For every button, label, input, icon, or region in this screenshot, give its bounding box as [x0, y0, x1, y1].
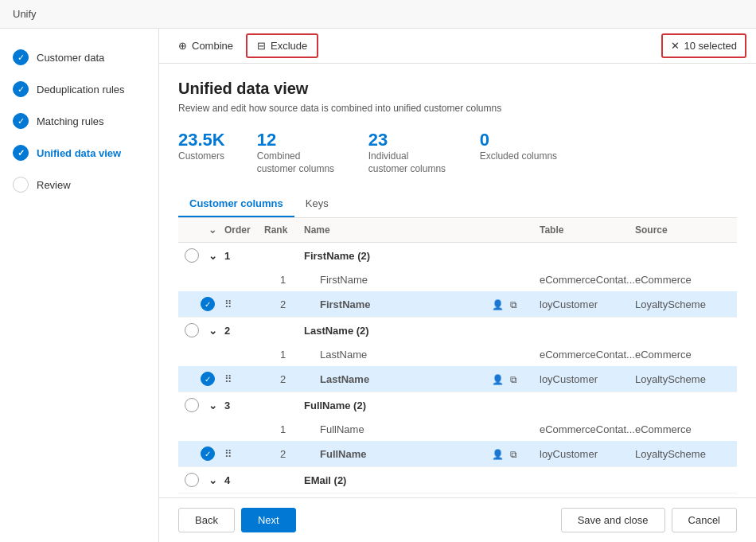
sort-icon: ⌄: [208, 224, 216, 236]
table-row[interactable]: ⠿ 2 FullName 👤 ⧉ loyCustomer LoyaltySche…: [178, 441, 737, 466]
drag-icon: ⠿: [224, 298, 232, 310]
row-check[interactable]: [185, 473, 208, 487]
sidebar-item-matching-rules[interactable]: Matching rules: [0, 105, 158, 137]
row-table: loyCustomer: [540, 448, 635, 460]
row-order: 4: [224, 474, 264, 486]
table-row[interactable]: ⠿ 2 LastName 👤 ⧉ loyCustomer LoyaltySche…: [178, 366, 737, 392]
row-check[interactable]: [185, 323, 208, 337]
table-row[interactable]: 1 FullName eCommerceContat... eCommerce: [178, 418, 737, 441]
row-source: eCommerce: [635, 349, 731, 361]
stat-customers: 23.5K Customers: [178, 130, 225, 175]
merge-icon: ⧉: [510, 299, 517, 310]
header-name: Name: [304, 224, 492, 236]
sidebar-check-dedup-rules: [13, 81, 29, 97]
close-icon: ✕: [671, 40, 680, 52]
stat-customers-label: Customers: [178, 150, 225, 163]
tab-row: Customer columns Keys: [178, 191, 737, 218]
header-table: Table: [540, 224, 635, 236]
row-check[interactable]: [185, 248, 208, 263]
row-expand[interactable]: ⌄: [208, 250, 224, 262]
row-name: FirstName: [320, 298, 492, 310]
row-order: 3: [224, 400, 264, 411]
row-source: LoyaltyScheme: [635, 298, 731, 310]
row-check[interactable]: [201, 297, 224, 311]
tab-keys[interactable]: Keys: [294, 191, 340, 217]
row-group-email: ⌄ 4 EMail (2): [178, 467, 737, 493]
footer: Back Next Save and close Cancel: [159, 497, 756, 542]
row-rank: 1: [280, 423, 320, 435]
cancel-button[interactable]: Cancel: [672, 508, 737, 532]
row-rank: 1: [280, 349, 320, 361]
combine-button[interactable]: ⊕ Combine: [169, 35, 243, 57]
stat-excluded: 0 Excluded columns: [480, 130, 557, 175]
back-button[interactable]: Back: [178, 508, 235, 532]
next-button[interactable]: Next: [241, 508, 296, 532]
header-order: Order: [224, 224, 264, 236]
sidebar-item-dedup-rules[interactable]: Deduplication rules: [0, 73, 158, 105]
merge-icon: ⧉: [510, 374, 517, 385]
stat-excluded-label: Excluded columns: [480, 150, 557, 163]
check-circle-firstname[interactable]: [185, 248, 199, 263]
table-row[interactable]: ⌄ 4 EMail (2): [178, 467, 737, 493]
row-name: FirstName (2): [304, 250, 492, 262]
check-circle-fullname2[interactable]: [201, 446, 215, 461]
stat-combined-value: 12: [257, 130, 337, 150]
row-check[interactable]: [201, 446, 224, 461]
row-name: FullName: [320, 448, 492, 460]
check-circle-firstname2[interactable]: [201, 297, 215, 311]
row-group-fullname: ⌄ 3 FullName (2) 1 FullName: [178, 392, 737, 467]
check-circle-lastname2[interactable]: [201, 372, 215, 386]
table-row[interactable]: 1 FirstName eCommerceContat... eCommerce: [178, 268, 737, 291]
row-rank: 2: [280, 298, 320, 310]
toolbar-right: ✕ 10 selected: [661, 33, 747, 58]
table-header: ⌄ Order Rank Name Table Source: [178, 218, 737, 243]
footer-left: Back Next: [178, 508, 296, 532]
row-expand[interactable]: ⌄: [208, 474, 224, 486]
check-circle-lastname[interactable]: [185, 323, 199, 337]
row-icons: 👤 ⧉: [492, 448, 540, 460]
sidebar-item-review[interactable]: Review: [0, 169, 158, 201]
row-source: eCommerce: [635, 423, 731, 435]
toolbar-left: ⊕ Combine ⊟ Exclude: [169, 33, 318, 58]
expand-icon: ⌄: [208, 325, 217, 337]
sidebar-label-unified-data-view: Unified data view: [37, 147, 121, 159]
sidebar-item-customer-data[interactable]: Customer data: [0, 41, 158, 73]
sidebar: Customer dataDeduplication rulesMatching…: [0, 29, 159, 542]
sidebar-item-unified-data-view[interactable]: Unified data view: [0, 137, 158, 169]
save-close-button[interactable]: Save and close: [561, 508, 665, 532]
table-row[interactable]: ⠿ 2 FirstName 👤 ⧉ loyCustomer LoyaltySch…: [178, 291, 737, 317]
table-row[interactable]: ⌄ 1 FirstName (2): [178, 243, 737, 268]
page-title: Unified data view: [178, 80, 737, 98]
check-circle-email[interactable]: [185, 473, 199, 487]
row-expand[interactable]: ⌄: [208, 325, 224, 337]
row-rank: 2: [280, 373, 320, 385]
sidebar-check-customer-data: [13, 49, 29, 65]
row-table: eCommerceContat...: [540, 274, 635, 286]
page-content: Unified data view Review and edit how so…: [159, 64, 756, 497]
row-group-firstname: ⌄ 1 FirstName (2) 1 FirstName: [178, 243, 737, 318]
sidebar-label-dedup-rules: Deduplication rules: [37, 84, 125, 96]
row-expand[interactable]: ⌄: [208, 400, 224, 411]
selected-count: 10 selected: [684, 40, 738, 52]
table-row[interactable]: 1 LastName eCommerceContat... eCommerce: [178, 343, 737, 366]
row-source: LoyaltyScheme: [635, 373, 731, 385]
stat-individual-value: 23: [368, 130, 448, 150]
selected-badge: ✕ 10 selected: [661, 33, 747, 58]
sidebar-check-unified-data-view: [13, 145, 29, 161]
check-circle-fullname[interactable]: [185, 398, 199, 412]
row-order: 1: [224, 250, 264, 262]
row-rank: 1: [280, 274, 320, 286]
exclude-label: Exclude: [271, 40, 307, 52]
row-check[interactable]: [201, 372, 224, 386]
table-row[interactable]: ⌄ 2 LastName (2): [178, 318, 737, 343]
row-icons: 👤 ⧉: [492, 373, 540, 385]
table-row[interactable]: ⌄ 3 FullName (2): [178, 392, 737, 418]
drag-icon: ⠿: [224, 373, 232, 385]
drag-handle: ⠿: [224, 298, 240, 310]
row-check[interactable]: [185, 398, 208, 412]
row-table: eCommerceContat...: [540, 423, 635, 435]
combine-icon: ⊕: [178, 40, 187, 52]
exclude-button[interactable]: ⊟ Exclude: [246, 33, 318, 58]
drag-handle: ⠿: [224, 448, 240, 460]
tab-customer-columns[interactable]: Customer columns: [178, 191, 294, 217]
